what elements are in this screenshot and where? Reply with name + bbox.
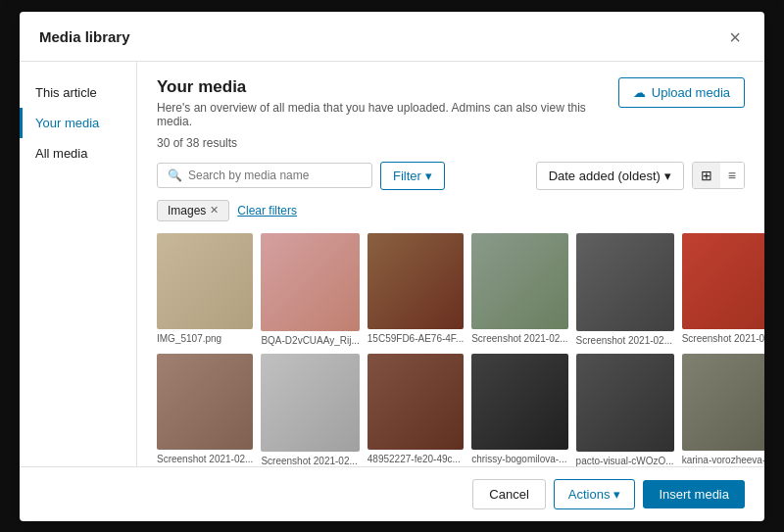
media-item[interactable]: Screenshot 2021-02... xyxy=(261,354,359,466)
media-item-name: pacto-visual-cWOzO... xyxy=(576,456,674,466)
insert-media-button[interactable]: Insert media xyxy=(643,480,745,508)
list-view-button[interactable]: ≡ xyxy=(720,163,744,188)
filter-button[interactable]: Filter ▾ xyxy=(380,162,445,190)
search-box[interactable]: 🔍 xyxy=(157,163,372,188)
media-item[interactable]: Screenshot 2021-02... xyxy=(157,354,253,466)
filter-tags: Images ✕ Clear filters xyxy=(157,200,745,221)
modal-body: This article Your media All media Your m… xyxy=(20,62,764,466)
media-item[interactable]: pacto-visual-cWOzO... xyxy=(576,354,674,466)
media-item-name: BQA-D2vCUAAy_Rij... xyxy=(261,335,359,346)
media-library-modal: Media library × This article Your media … xyxy=(20,12,764,521)
cancel-button[interactable]: Cancel xyxy=(472,479,545,509)
view-toggle: ⊞ ≡ xyxy=(692,162,745,189)
media-item[interactable]: Screenshot 2021-02... xyxy=(576,233,674,346)
upload-media-button[interactable]: ☁ Upload media xyxy=(618,77,745,108)
media-item-name: Screenshot 2021-02... xyxy=(682,333,764,344)
media-item-name: Screenshot 2021-02... xyxy=(261,456,359,465)
media-item[interactable]: 48952227-fe20-49c... xyxy=(368,354,464,466)
toolbar: 🔍 Filter ▾ Date added (oldest) ▾ ⊞ ≡ xyxy=(157,162,745,190)
media-item-name: 15C59FD6-AE76-4F... xyxy=(368,333,464,344)
sidebar-item-all-media[interactable]: All media xyxy=(20,138,136,169)
media-item-name: IMG_5107.png xyxy=(157,333,253,344)
media-grid: IMG_5107.pngBQA-D2vCUAAy_Rij...15C59FD6-… xyxy=(157,233,745,466)
sidebar: This article Your media All media xyxy=(20,62,137,466)
media-item[interactable]: karina-vorozheeva-r... xyxy=(682,354,764,466)
media-item-name: Screenshot 2021-02... xyxy=(576,335,674,346)
sidebar-item-this-article[interactable]: This article xyxy=(20,77,136,108)
content-title: Your media xyxy=(157,77,618,97)
content-description: Here's an overview of all media that you… xyxy=(157,101,618,128)
clear-filters-button[interactable]: Clear filters xyxy=(237,204,297,218)
search-icon: 🔍 xyxy=(168,169,182,182)
filter-chevron-icon: ▾ xyxy=(425,169,432,183)
content-header: Your media Here's an overview of all med… xyxy=(157,77,745,128)
sidebar-item-your-media[interactable]: Your media xyxy=(20,108,136,138)
actions-chevron-icon: ▾ xyxy=(613,487,620,502)
sort-select[interactable]: Date added (oldest) ▾ xyxy=(536,162,684,190)
upload-cloud-icon: ☁ xyxy=(633,85,646,100)
media-item-name: Screenshot 2021-02... xyxy=(471,333,567,344)
modal-title: Media library xyxy=(39,28,130,45)
media-item-name: Screenshot 2021-02... xyxy=(157,454,253,464)
images-filter-tag: Images ✕ xyxy=(157,200,229,221)
grid-view-button[interactable]: ⊞ xyxy=(693,163,720,188)
media-item-name: chrissy-bogomilova-... xyxy=(471,454,567,464)
media-item[interactable]: 15C59FD6-AE76-4F... xyxy=(368,233,464,346)
modal-header: Media library × xyxy=(20,12,764,62)
sort-chevron-icon: ▾ xyxy=(664,169,671,183)
close-button[interactable]: × xyxy=(725,25,745,49)
media-item-name: 48952227-fe20-49c... xyxy=(368,454,464,464)
modal-footer: Cancel Actions ▾ Insert media xyxy=(20,466,764,521)
media-item[interactable]: Screenshot 2021-02... xyxy=(471,233,567,346)
main-content: Your media Here's an overview of all med… xyxy=(137,62,764,466)
results-count: 30 of 38 results xyxy=(157,136,745,150)
media-item[interactable]: IMG_5107.png xyxy=(157,233,253,346)
modal-overlay: Media library × This article Your media … xyxy=(0,0,784,532)
media-item[interactable]: Screenshot 2021-02... xyxy=(682,233,764,346)
media-item-name: karina-vorozheeva-r... xyxy=(682,455,764,465)
actions-button[interactable]: Actions ▾ xyxy=(554,479,636,509)
remove-images-filter[interactable]: ✕ xyxy=(210,204,219,217)
media-item[interactable]: chrissy-bogomilova-... xyxy=(471,354,567,466)
media-item[interactable]: BQA-D2vCUAAy_Rij... xyxy=(261,233,359,346)
search-input[interactable] xyxy=(188,169,362,182)
